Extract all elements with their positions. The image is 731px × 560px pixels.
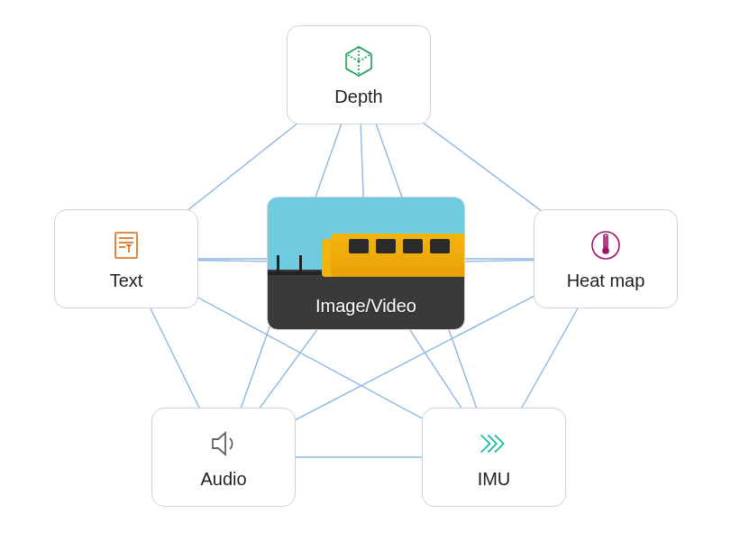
speaker-icon — [206, 426, 242, 462]
node-label: Audio — [200, 469, 246, 490]
thermometer-icon — [588, 227, 624, 263]
node-label: Image/Video — [315, 296, 416, 317]
node-label: Text — [110, 271, 143, 291]
node-heatmap: Heat map — [534, 209, 678, 308]
node-imu: IMU — [422, 408, 566, 507]
cube-icon — [341, 43, 377, 79]
node-label: IMU — [478, 469, 511, 490]
document-icon — [108, 227, 144, 263]
node-text: Text — [54, 209, 198, 308]
svg-point-22 — [603, 248, 608, 253]
arrows-icon — [476, 426, 512, 462]
node-label: Heat map — [567, 271, 645, 291]
node-audio: Audio — [151, 408, 296, 507]
node-label: Depth — [334, 87, 382, 107]
node-image-video: Image/Video — [267, 197, 465, 330]
node-depth: Depth — [287, 25, 431, 124]
